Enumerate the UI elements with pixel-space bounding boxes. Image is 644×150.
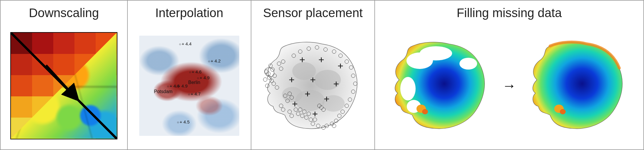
existing-station-icon: [321, 108, 326, 112]
antarctica-before: [387, 36, 493, 136]
svg-line-0: [46, 65, 77, 99]
existing-station-icon: [349, 65, 353, 70]
existing-station-icon: [337, 114, 341, 118]
existing-station-icon: [290, 114, 294, 118]
downscaling-graphic: [10, 32, 117, 139]
existing-station-icon: [268, 64, 273, 68]
existing-station-icon: [290, 95, 294, 100]
existing-station-icon: [300, 114, 304, 118]
arrow-icon: →: [502, 78, 516, 94]
antarctica-filled-icon: [525, 36, 631, 136]
existing-station-icon: [341, 110, 345, 114]
existing-station-icon: [351, 74, 355, 78]
filling-image: →: [379, 25, 640, 146]
proposed-sensor-icon: +: [289, 74, 295, 85]
proposed-sensor-icon: +: [338, 60, 343, 71]
existing-station-icon: [281, 108, 285, 112]
existing-station-icon: [298, 108, 302, 112]
downscaling-image: [4, 25, 124, 146]
existing-station-icon: [270, 67, 275, 72]
existing-station-icon: [298, 50, 302, 54]
interp-point: + 4.6: [189, 69, 202, 74]
panel-filling-missing: Filling missing data: [375, 0, 644, 150]
filling-row: →: [379, 25, 640, 146]
proposed-sensor-icon: +: [299, 54, 305, 65]
interp-point: + 4.9: [175, 83, 187, 88]
panel-sensor-placement: Sensor placement +++: [251, 0, 375, 150]
panel-title-filling: Filling missing data: [457, 6, 562, 20]
existing-station-icon: [348, 98, 352, 102]
existing-station-icon: [307, 47, 311, 51]
existing-station-icon: [296, 112, 300, 116]
existing-station-icon: [351, 90, 355, 94]
existing-station-icon: [345, 60, 349, 64]
panel-downscaling: Downscaling: [0, 0, 128, 150]
existing-station-icon: [323, 47, 328, 52]
proposed-sensor-icon: +: [305, 88, 311, 99]
existing-station-icon: [264, 70, 268, 74]
existing-station-icon: [288, 92, 292, 96]
existing-station-icon: [353, 82, 357, 86]
svg-point-7: [420, 46, 452, 60]
proposed-sensor-icon: +: [310, 74, 316, 85]
svg-point-14: [560, 109, 566, 114]
existing-station-icon: [275, 85, 279, 90]
existing-station-icon: [302, 110, 306, 114]
arrow-icon: [11, 33, 117, 139]
interp-point: + 4.5: [177, 119, 190, 124]
existing-station-icon: [316, 124, 320, 128]
existing-station-icon: [267, 75, 271, 80]
city-berlin: Berlin: [188, 80, 200, 85]
sensor-image: ++++++++++: [255, 25, 371, 146]
svg-point-12: [422, 109, 428, 114]
panel-title-interpolation: Interpolation: [155, 6, 223, 20]
existing-station-icon: [313, 118, 317, 122]
existing-station-icon: [286, 99, 290, 103]
existing-station-icon: [315, 45, 319, 50]
existing-station-icon: [317, 104, 321, 108]
sensor-graphic: ++++++++++: [260, 36, 366, 136]
existing-station-icon: [281, 60, 285, 64]
interp-point: + 4.2: [208, 58, 220, 63]
proposed-sensor-icon: +: [324, 93, 330, 104]
existing-station-icon: [332, 124, 336, 128]
antarctica-after: [525, 36, 631, 136]
proposed-sensor-icon: +: [333, 78, 339, 89]
antarctica-with-gaps-icon: [387, 36, 493, 136]
existing-station-icon: [307, 112, 311, 116]
interp-point: + 4.4: [179, 41, 192, 46]
interpolation-image: Berlin Potsdam + 4.4+ 4.2+ 4.6+ 4.9+ 4.6…: [131, 25, 247, 146]
existing-station-icon: [334, 119, 338, 123]
existing-station-icon: [304, 116, 308, 120]
svg-point-8: [400, 77, 416, 100]
interp-point: + 4.7: [188, 91, 200, 96]
existing-station-icon: [272, 82, 276, 86]
existing-station-icon: [283, 94, 287, 98]
existing-station-icon: [265, 84, 269, 88]
existing-station-icon: [311, 122, 315, 126]
existing-station-icon: [294, 108, 298, 112]
existing-station-icon: [273, 74, 277, 78]
existing-station-icon: [309, 118, 313, 122]
panel-title-downscaling: Downscaling: [29, 6, 99, 20]
panel-interpolation: Interpolation Berlin Potsdam + 4.4+ 4.2+…: [128, 0, 251, 150]
existing-station-icon: [279, 67, 283, 71]
existing-station-icon: [263, 78, 267, 82]
city-potsdam: Potsdam: [154, 89, 172, 94]
interp-point: + 4.9: [197, 75, 210, 80]
figure-row: Downscaling Interpolation: [0, 0, 644, 150]
existing-station-icon: [277, 62, 281, 66]
existing-station-icon: [288, 110, 292, 114]
proposed-sensor-icon: +: [318, 54, 324, 65]
existing-station-icon: [332, 50, 336, 54]
panel-title-sensor: Sensor placement: [263, 6, 363, 20]
existing-station-icon: [292, 54, 296, 58]
existing-station-icon: [345, 104, 349, 108]
interpolation-graphic: Berlin Potsdam + 4.4+ 4.2+ 4.6+ 4.9+ 4.6…: [139, 36, 239, 136]
existing-station-icon: [325, 124, 329, 128]
existing-station-icon: [279, 104, 283, 108]
svg-point-10: [459, 58, 477, 70]
existing-station-icon: [338, 54, 343, 58]
